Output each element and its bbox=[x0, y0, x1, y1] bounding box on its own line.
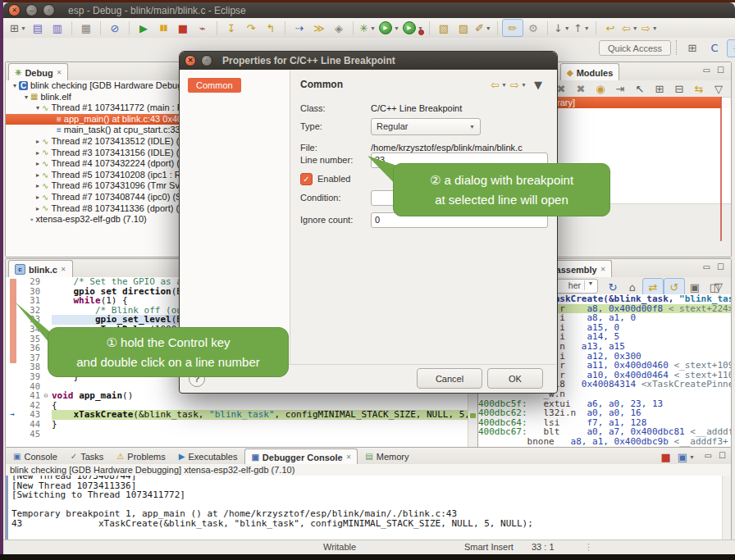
enabled-checkbox[interactable]: ✓ bbox=[300, 173, 313, 185]
step-return-button[interactable]: ↰ bbox=[261, 20, 281, 36]
disassembly-row[interactable]: 400dbc64: lsi f7, a1, 128 bbox=[478, 418, 731, 428]
view-menu-button[interactable]: ▼ bbox=[528, 76, 548, 93]
console-minimize-icon[interactable]: ▭ bbox=[705, 451, 712, 460]
expanded-arrow-icon[interactable]: ▾ bbox=[11, 80, 19, 92]
dialog-titlebar[interactable]: ✕ ▫ Properties for C/C++ Line Breakpoint bbox=[180, 52, 557, 70]
open-resource-button[interactable]: ▨ bbox=[454, 20, 473, 36]
open-perspective-button[interactable]: ⊞ bbox=[682, 39, 702, 56]
terminate-console-button[interactable]: ■ bbox=[656, 448, 676, 465]
next-annotation-button[interactable]: ↓▼ bbox=[552, 20, 572, 36]
forward-button[interactable]: ⇨▼ bbox=[640, 20, 660, 36]
dialog-close-button[interactable]: ✕ bbox=[185, 55, 196, 66]
window-close-button[interactable]: ✕ bbox=[8, 4, 21, 16]
instruction-stepping-button[interactable]: ⇢ bbox=[290, 20, 309, 36]
collapsed-arrow-icon[interactable]: ▸ bbox=[34, 136, 42, 148]
tab-executables[interactable]: ▶Executables bbox=[173, 448, 244, 464]
tab-blink-c[interactable]: c blink.c ✕ bbox=[8, 260, 73, 278]
use-step-filters-button[interactable]: ≫ bbox=[309, 20, 329, 36]
tab-debugger-console[interactable]: ▣Debugger Console✕ bbox=[244, 448, 358, 465]
suspend-button[interactable]: ▮▮ bbox=[153, 20, 173, 36]
back-button[interactable]: ⇦▼ bbox=[620, 20, 640, 36]
remove-all-modules-button[interactable]: ✖ bbox=[571, 80, 591, 97]
line-number[interactable]: 44 bbox=[19, 420, 40, 430]
fold-collapse-icon[interactable]: ⊖ bbox=[40, 391, 52, 401]
modules-maximize-icon[interactable]: ☐ bbox=[717, 66, 724, 75]
disassembly-location-dropdown-icon[interactable]: ▼ bbox=[584, 280, 596, 290]
pin-context-button[interactable]: ◈ bbox=[329, 20, 349, 36]
disassembly-minimize-icon[interactable]: ▭ bbox=[703, 262, 710, 271]
skip-all-breakpoints-button[interactable]: ⊘ bbox=[105, 20, 125, 36]
back-dropdown-icon[interactable]: ▼ bbox=[632, 25, 638, 31]
step-into-button[interactable]: ↧ bbox=[221, 20, 241, 36]
tab-modules[interactable]: ◈ Modules bbox=[560, 63, 619, 81]
cpp-perspective-button[interactable]: C bbox=[705, 39, 724, 56]
run-dropdown-icon[interactable]: ▼ bbox=[394, 25, 399, 31]
forward-button[interactable]: ⇨▼ bbox=[509, 76, 528, 93]
new-wizard-dropdown-icon[interactable]: ▼ bbox=[21, 25, 26, 31]
tab-memory[interactable]: ▤Memory bbox=[359, 448, 414, 464]
line-number[interactable]: 41 bbox=[19, 391, 40, 401]
debug-perspective-button[interactable]: ✳ bbox=[727, 39, 735, 57]
save-all-button[interactable]: ▥ bbox=[48, 20, 67, 36]
expanded-arrow-icon[interactable]: ▾ bbox=[22, 92, 30, 103]
display-selected-console-button[interactable]: ▣▼ bbox=[676, 448, 696, 465]
save-button[interactable]: ▤ bbox=[28, 20, 48, 36]
collapsed-arrow-icon[interactable]: ▸ bbox=[34, 170, 42, 181]
collapsed-arrow-icon[interactable]: ▸ bbox=[34, 192, 42, 203]
tab-console[interactable]: ▣Console bbox=[7, 448, 63, 464]
collapsed-arrow-icon[interactable]: ▸ bbox=[34, 180, 42, 192]
window-titlebar[interactable]: ✕ – ▫ esp - Debug - blink/main/blink.c -… bbox=[3, 2, 735, 18]
console-output[interactable]: [New Thread 1073408744][New Thread 10734… bbox=[6, 476, 731, 540]
step-over-button[interactable]: ↷ bbox=[241, 20, 261, 36]
tab-close-icon[interactable]: ✕ bbox=[346, 453, 352, 461]
line-number[interactable]: 30 bbox=[19, 287, 40, 297]
link-with-debug-button[interactable]: ⇆ bbox=[689, 80, 709, 97]
modules-minimize-icon[interactable]: ▭ bbox=[703, 66, 710, 75]
refresh-view-button[interactable]: ↻ bbox=[603, 279, 623, 295]
collapsed-arrow-icon[interactable]: ▸ bbox=[34, 158, 42, 170]
sync-active-context-button[interactable]: ↺ bbox=[664, 278, 685, 296]
external-tools-button[interactable]: ▶▼ bbox=[401, 20, 425, 36]
code-line[interactable]: 44} bbox=[6, 420, 478, 430]
window-minimize-button[interactable]: – bbox=[25, 4, 38, 16]
status-drag-handle[interactable]: ⋮ bbox=[584, 542, 593, 553]
cancel-button[interactable]: Cancel bbox=[417, 368, 482, 389]
code-line[interactable]: 42{ bbox=[6, 401, 478, 411]
window-maximize-button[interactable]: ▫ bbox=[43, 4, 55, 16]
line-number[interactable]: 29 bbox=[19, 277, 40, 287]
forward-dropdown-icon[interactable]: ▼ bbox=[521, 82, 527, 88]
expand-all-button[interactable]: ⊞ bbox=[650, 80, 669, 97]
last-edit-location-button[interactable]: ↩ bbox=[600, 20, 620, 36]
link-arrows-button[interactable]: ⇄ bbox=[642, 278, 664, 296]
next-annotation-dropdown-icon[interactable]: ▼ bbox=[564, 25, 570, 31]
forward-dropdown-icon[interactable]: ▼ bbox=[652, 25, 658, 31]
goto-address-button[interactable]: ⇥ bbox=[610, 80, 630, 97]
console-scrollbar[interactable] bbox=[722, 476, 731, 540]
quick-access-box[interactable]: Quick Access bbox=[599, 40, 671, 56]
line-number[interactable]: 39 bbox=[19, 372, 40, 382]
line-number[interactable]: 45 bbox=[19, 430, 40, 439]
disassembly-maximize-icon[interactable]: ☐ bbox=[717, 262, 724, 271]
ok-button[interactable]: OK bbox=[487, 368, 543, 389]
run-button[interactable]: ▶▼ bbox=[377, 20, 401, 36]
overview-marker-exec[interactable] bbox=[470, 413, 476, 418]
line-number[interactable]: 38 bbox=[19, 362, 40, 372]
tab-disassembly-close-icon[interactable]: ✕ bbox=[600, 266, 606, 273]
previous-annotation-dropdown-icon[interactable]: ▼ bbox=[584, 25, 590, 31]
select-cursor-button[interactable]: ↖ bbox=[630, 80, 650, 97]
tab-debug[interactable]: ✳ Debug ✕ bbox=[8, 63, 68, 81]
disassembly-row[interactable]: bnone a8, a1, 0x400dbc9b <__adddf3+ bbox=[478, 437, 731, 447]
previous-annotation-button[interactable]: ↑▼ bbox=[572, 20, 591, 36]
view-menu-button[interactable]: ▽ bbox=[709, 80, 728, 97]
type-dropdown[interactable]: Regular ▼ bbox=[371, 118, 481, 135]
console-maximize-icon[interactable]: ☐ bbox=[719, 451, 726, 460]
sidebar-item-common[interactable]: Common bbox=[188, 78, 241, 93]
dialog-minimize-button[interactable]: ▫ bbox=[201, 55, 212, 66]
tab-problems[interactable]: ⚠Problems bbox=[111, 448, 171, 464]
code-line[interactable]: →43 xTaskCreate(&blink_task, "blink_task… bbox=[6, 410, 478, 420]
disassembly-row[interactable]: 400dbc67: blt a0, a7, 0x400dbc81 <__addd… bbox=[478, 427, 731, 437]
display-selected-console-dropdown-icon[interactable]: ▼ bbox=[689, 454, 695, 460]
line-number[interactable]: 40 bbox=[19, 382, 40, 392]
collapsed-arrow-icon[interactable]: ▸ bbox=[34, 148, 42, 159]
view-menu-button[interactable]: ▽ bbox=[709, 278, 728, 294]
